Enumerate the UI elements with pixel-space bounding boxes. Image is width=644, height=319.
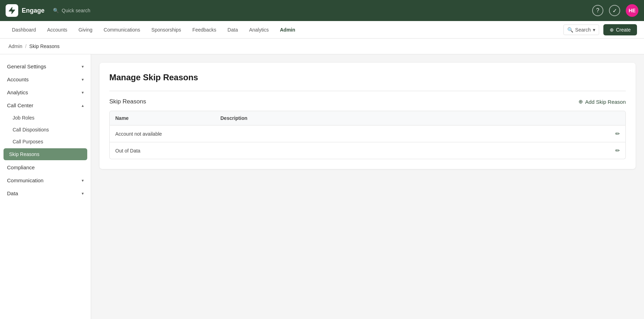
nav-communications[interactable]: Communications bbox=[99, 24, 145, 35]
chevron-down-icon: ▾ bbox=[82, 90, 84, 95]
nav-admin[interactable]: Admin bbox=[275, 24, 300, 35]
breadcrumb-separator: / bbox=[25, 43, 27, 49]
table-row: Account not available ✏ bbox=[109, 125, 626, 142]
table-row: Out of Data ✏ bbox=[109, 142, 626, 159]
sidebar-section-label: Communication bbox=[7, 177, 43, 183]
help-icon[interactable]: ? bbox=[592, 5, 603, 16]
breadcrumb: Admin / Skip Reasons bbox=[0, 39, 644, 54]
nav-feedbacks[interactable]: Feedbacks bbox=[187, 24, 221, 35]
top-bar-right: ? ✓ HE bbox=[592, 4, 638, 17]
row-name: Account not available bbox=[115, 131, 220, 137]
sidebar-item-call-dispositions[interactable]: Call Dispositions bbox=[0, 124, 91, 136]
sidebar-section-communication[interactable]: Communication ▾ bbox=[0, 174, 91, 187]
sidebar-section-label: Analytics bbox=[7, 89, 28, 95]
sidebar-section-label: General Settings bbox=[7, 63, 46, 69]
logo-area[interactable]: Engage bbox=[6, 4, 44, 17]
page-title: Manage Skip Reasons bbox=[109, 73, 626, 82]
sidebar-section-call-center[interactable]: Call Center ▴ bbox=[0, 99, 91, 112]
nav-dashboard[interactable]: Dashboard bbox=[7, 24, 41, 35]
chevron-down-icon: ▾ bbox=[82, 178, 84, 183]
quick-search-area[interactable]: 🔍 Quick search bbox=[53, 8, 90, 13]
chevron-down-icon: ▾ bbox=[82, 64, 84, 69]
secondary-nav: Dashboard Accounts Giving Communications… bbox=[0, 21, 644, 39]
chevron-up-icon: ▴ bbox=[82, 103, 84, 108]
plus-icon: ⊕ bbox=[610, 27, 614, 33]
sidebar: General Settings ▾ Accounts ▾ Analytics … bbox=[0, 54, 91, 319]
sidebar-item-skip-reasons[interactable]: Skip Reasons bbox=[4, 148, 87, 160]
add-btn-label: Add Skip Reason bbox=[585, 99, 626, 105]
divider bbox=[109, 91, 626, 91]
nav-sponsorships[interactable]: Sponsorships bbox=[146, 24, 186, 35]
create-button[interactable]: ⊕ Create bbox=[603, 24, 637, 35]
main-content: Manage Skip Reasons Skip Reasons ⊕ Add S… bbox=[91, 54, 644, 319]
col-name: Name bbox=[115, 115, 220, 121]
nav-accounts[interactable]: Accounts bbox=[42, 24, 73, 35]
search-label: Search bbox=[575, 27, 591, 33]
app-name: Engage bbox=[22, 7, 44, 14]
avatar[interactable]: HE bbox=[626, 4, 638, 17]
add-skip-reason-button[interactable]: ⊕ Add Skip Reason bbox=[578, 99, 626, 105]
plus-circle-icon: ⊕ bbox=[578, 99, 583, 105]
sidebar-section-data[interactable]: Data ▾ bbox=[0, 187, 91, 200]
sidebar-section-compliance[interactable]: Compliance bbox=[0, 161, 91, 174]
chevron-down-icon: ▾ bbox=[82, 191, 84, 196]
table-header: Name Description bbox=[109, 111, 626, 125]
sidebar-section-analytics[interactable]: Analytics ▾ bbox=[0, 86, 91, 99]
section-title: Skip Reasons bbox=[109, 98, 146, 105]
logo-icon bbox=[6, 4, 18, 17]
nav-data[interactable]: Data bbox=[222, 24, 243, 35]
skip-reasons-table: Name Description Account not available ✏… bbox=[109, 111, 626, 159]
section-header: Skip Reasons ⊕ Add Skip Reason bbox=[109, 98, 626, 105]
sidebar-section-accounts[interactable]: Accounts ▾ bbox=[0, 73, 91, 86]
sidebar-section-label: Data bbox=[7, 190, 18, 196]
sidebar-item-job-roles[interactable]: Job Roles bbox=[0, 112, 91, 124]
chevron-down-icon: ▾ bbox=[82, 77, 84, 82]
sidebar-section-general-settings[interactable]: General Settings ▾ bbox=[0, 60, 91, 73]
sidebar-section-label: Compliance bbox=[7, 164, 35, 170]
sidebar-section-label: Call Center bbox=[7, 102, 33, 108]
edit-icon[interactable]: ✏ bbox=[615, 147, 620, 154]
search-button[interactable]: 🔍 Search ▾ bbox=[563, 25, 599, 35]
checkbox-icon[interactable]: ✓ bbox=[609, 5, 620, 16]
search-icon: 🔍 bbox=[53, 8, 59, 13]
nav-giving[interactable]: Giving bbox=[74, 24, 97, 35]
quick-search-label: Quick search bbox=[62, 8, 90, 13]
edit-icon[interactable]: ✏ bbox=[615, 130, 620, 137]
chevron-down-icon: ▾ bbox=[593, 27, 595, 33]
search-icon-secondary: 🔍 bbox=[567, 27, 573, 33]
top-bar: Engage 🔍 Quick search ? ✓ HE bbox=[0, 0, 644, 21]
content-card: Manage Skip Reasons Skip Reasons ⊕ Add S… bbox=[100, 63, 636, 169]
row-name: Out of Data bbox=[115, 148, 220, 154]
col-description: Description bbox=[220, 115, 620, 121]
sidebar-section-label: Accounts bbox=[7, 76, 29, 82]
create-label: Create bbox=[616, 27, 631, 33]
breadcrumb-parent[interactable]: Admin bbox=[8, 43, 22, 49]
nav-search-area: 🔍 Search ▾ ⊕ Create bbox=[563, 24, 637, 35]
nav-analytics[interactable]: Analytics bbox=[244, 24, 274, 35]
page-content: General Settings ▾ Accounts ▾ Analytics … bbox=[0, 54, 644, 319]
breadcrumb-current: Skip Reasons bbox=[29, 43, 60, 49]
sidebar-item-call-purposes[interactable]: Call Purposes bbox=[0, 136, 91, 148]
